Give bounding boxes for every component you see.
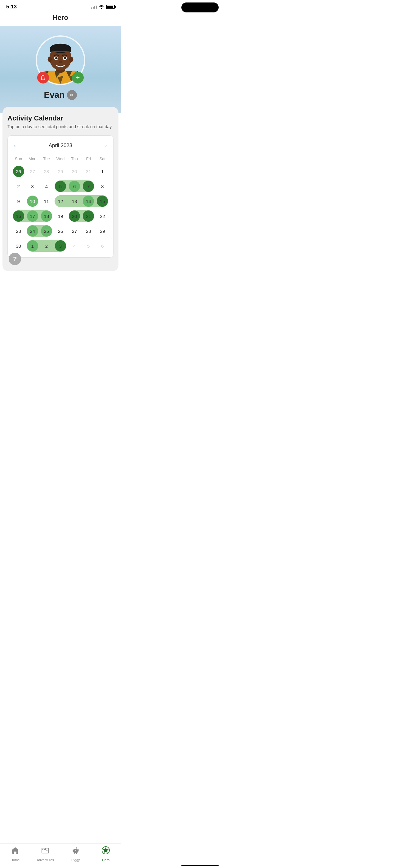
- svg-point-3: [48, 57, 52, 62]
- calendar-day[interactable]: 8: [96, 180, 109, 193]
- calendar-day[interactable]: 29: [53, 165, 67, 178]
- calendar-day[interactable]: 2: [39, 239, 53, 252]
- calendar-day[interactable]: 23: [11, 224, 26, 238]
- hero-name: Evan: [44, 90, 65, 100]
- help-button[interactable]: ?: [9, 253, 21, 265]
- calendar-day[interactable]: 5: [81, 239, 96, 252]
- svg-point-11: [59, 61, 62, 63]
- calendar-day[interactable]: 2: [11, 180, 26, 193]
- battery-icon: [106, 5, 115, 9]
- calendar-day[interactable]: 3: [53, 239, 67, 252]
- calendar-next-button[interactable]: ›: [102, 141, 109, 150]
- wifi-icon: [99, 4, 104, 10]
- dow-thu: Thu: [68, 155, 81, 162]
- calendar-subtitle: Tap on a day to see total points and str…: [7, 124, 113, 129]
- status-icons: [91, 4, 115, 10]
- calendar-day[interactable]: 4: [39, 180, 53, 193]
- calendar-day[interactable]: 24: [26, 224, 39, 238]
- calendar-day[interactable]: 9: [11, 195, 26, 208]
- svg-point-4: [69, 57, 73, 62]
- calendar-day[interactable]: 21: [81, 210, 96, 223]
- calendar-day[interactable]: 14: [81, 195, 96, 208]
- calendar-day[interactable]: 25: [39, 224, 53, 238]
- calendar-day[interactable]: 27: [68, 224, 81, 238]
- calendar-title: Activity Calendar: [7, 114, 113, 122]
- calendar-day[interactable]: 10: [26, 195, 39, 208]
- signal-icon: [91, 5, 97, 9]
- dow-sat: Sat: [96, 155, 109, 162]
- delete-avatar-button[interactable]: [37, 72, 49, 84]
- add-avatar-button[interactable]: +: [72, 72, 84, 84]
- calendar-day[interactable]: 6: [68, 180, 81, 193]
- calendar-wrapper: ‹ April 2023 › Sun Mon Tue Wed Thu Fri S…: [7, 135, 113, 258]
- calendar-day[interactable]: 12: [53, 195, 67, 208]
- calendar-day[interactable]: 28: [81, 224, 96, 238]
- calendar-card: Activity Calendar Tap on a day to see to…: [2, 107, 119, 271]
- day-of-week-row: Sun Mon Tue Wed Thu Fri Sat: [11, 155, 109, 162]
- calendar-day[interactable]: 5: [53, 180, 67, 193]
- calendar-day[interactable]: 27: [26, 165, 39, 178]
- calendar-day[interactable]: 29: [96, 224, 109, 238]
- calendar-day[interactable]: 11: [39, 195, 53, 208]
- calendar-day[interactable]: 15: [96, 195, 109, 208]
- page-title: Hero: [0, 11, 121, 26]
- calendar-day[interactable]: 4: [68, 239, 81, 252]
- calendar-day[interactable]: 18: [39, 210, 53, 223]
- calendar-day[interactable]: 20: [68, 210, 81, 223]
- calendar-day[interactable]: 1: [26, 239, 39, 252]
- calendar-day[interactable]: 26: [11, 165, 26, 178]
- calendar-day[interactable]: 6: [96, 239, 109, 252]
- calendar-grid: 2627282930311234567891011121314151617181…: [11, 165, 109, 252]
- svg-point-10: [64, 57, 66, 60]
- calendar-day[interactable]: 30: [68, 165, 81, 178]
- calendar-day[interactable]: 16: [11, 210, 26, 223]
- avatar-container: +: [36, 35, 85, 85]
- calendar-day[interactable]: 22: [96, 210, 109, 223]
- edit-name-button[interactable]: ✏: [67, 90, 77, 100]
- hero-name-row: Evan ✏: [44, 90, 77, 100]
- dow-fri: Fri: [81, 155, 96, 162]
- calendar-day[interactable]: 31: [81, 165, 96, 178]
- calendar-day[interactable]: 7: [81, 180, 96, 193]
- calendar-prev-button[interactable]: ‹: [11, 141, 19, 150]
- calendar-day[interactable]: 26: [53, 224, 67, 238]
- calendar-day[interactable]: 1: [96, 165, 109, 178]
- dow-sun: Sun: [11, 155, 26, 162]
- calendar-month-label: April 2023: [49, 143, 72, 149]
- calendar-day[interactable]: 3: [26, 180, 39, 193]
- status-bar: 5:13: [0, 0, 121, 11]
- svg-point-9: [55, 57, 58, 60]
- calendar-header: ‹ April 2023 ›: [11, 141, 109, 150]
- calendar-day[interactable]: 30: [11, 239, 26, 252]
- calendar-day[interactable]: 17: [26, 210, 39, 223]
- dow-tue: Tue: [39, 155, 53, 162]
- calendar-day[interactable]: 13: [68, 195, 81, 208]
- calendar-day[interactable]: 28: [39, 165, 53, 178]
- status-time: 5:13: [6, 4, 17, 10]
- hero-section: + Evan ✏: [0, 26, 121, 113]
- dow-mon: Mon: [26, 155, 39, 162]
- calendar-day[interactable]: 19: [53, 210, 67, 223]
- dow-wed: Wed: [53, 155, 67, 162]
